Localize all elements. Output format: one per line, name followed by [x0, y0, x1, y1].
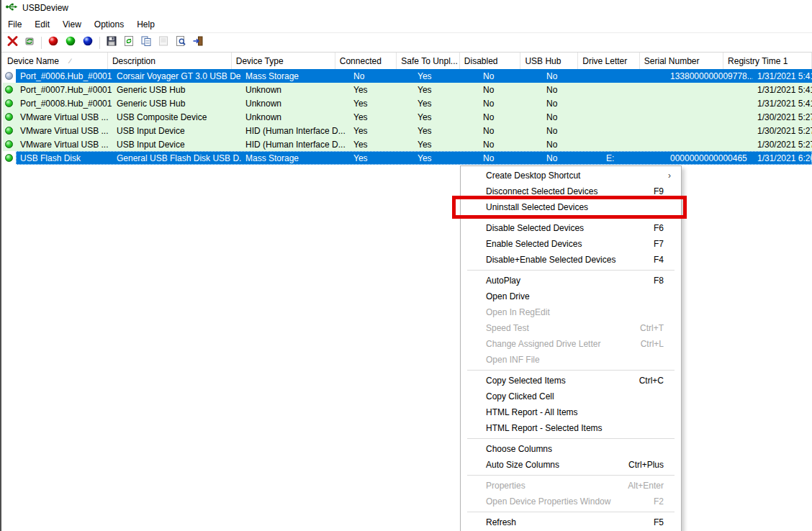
menu-bar: FileEditViewOptionsHelp	[1, 16, 812, 32]
menu-item-label: Refresh	[486, 517, 516, 527]
column-header-label: Device Type	[236, 56, 284, 66]
properties-button[interactable]	[155, 35, 172, 50]
device-status-cell	[3, 127, 16, 135]
save-button[interactable]	[103, 35, 120, 50]
device-row-3[interactable]: Port_#0008.Hub_#0001Generic USB HubUnkno…	[3, 96, 812, 110]
device-ball-green-icon	[5, 99, 13, 107]
column-header-label: Connected	[340, 56, 382, 66]
cell-safe-to-unpl: Yes	[413, 153, 479, 163]
cell-disabled: No	[479, 126, 542, 136]
menu-item-label: AutoPlay	[486, 276, 520, 286]
cell-registry-time-1: 1/30/2021 5:27:	[753, 140, 812, 150]
cell-device-type: Mass Storage	[241, 153, 349, 163]
menu-item-label: Disconnect Selected Devices	[486, 186, 597, 196]
blue-ball-button[interactable]	[79, 35, 96, 50]
copy-button[interactable]	[137, 35, 155, 50]
cell-usb-hub: No	[542, 112, 602, 122]
menubar-item-help[interactable]: Help	[130, 17, 161, 32]
context-menu-item-choose-columns[interactable]: Choose Columns	[461, 441, 681, 457]
exit-button[interactable]	[189, 35, 207, 50]
context-menu-item-html-report-all-items[interactable]: HTML Report - All Items	[461, 404, 681, 420]
green-ball-button[interactable]	[62, 35, 79, 50]
context-menu-item-create-desktop-shortcut[interactable]: Create Desktop Shortcut›	[461, 168, 681, 183]
menubar-item-edit[interactable]: Edit	[28, 17, 56, 32]
red-ball-button[interactable]	[45, 35, 62, 50]
device-row-6[interactable]: VMware Virtual USB ...USB Input DeviceHI…	[3, 137, 812, 151]
column-header-registry-time-1[interactable]: Registry Time 1	[723, 53, 812, 69]
column-header-connected[interactable]: Connected	[335, 53, 397, 69]
menu-item-shortcut: F5	[654, 517, 674, 527]
cell-disabled: No	[479, 71, 542, 81]
device-row-1[interactable]: Port_#0006.Hub_#0001Corsair Voyager GT 3…	[3, 69, 812, 83]
context-menu-item-enable-selected-devices[interactable]: Enable Selected DevicesF7	[461, 236, 681, 252]
find-button[interactable]	[172, 35, 189, 50]
device-status-cell	[3, 72, 16, 80]
disconnect-recycle-icon	[24, 35, 35, 50]
context-menu-item-refresh[interactable]: RefreshF5	[461, 514, 681, 530]
device-status-cell	[3, 154, 16, 162]
device-status-cell	[3, 86, 16, 94]
submenu-arrow-icon: ›	[668, 171, 674, 181]
context-menu-item-autoplay[interactable]: AutoPlayF8	[461, 273, 681, 289]
red-ball-icon	[48, 36, 58, 49]
context-menu-item-html-report-selected-items[interactable]: HTML Report - Selected Items	[461, 420, 681, 436]
menubar-item-view[interactable]: View	[56, 17, 88, 32]
menu-item-label: Open INF File	[486, 355, 540, 365]
uninstall-selected-button[interactable]	[4, 35, 21, 50]
exit-door-icon	[192, 35, 204, 50]
cell-registry-time-1: 1/30/2021 5:27:	[753, 126, 812, 136]
window-title: USBDeview	[22, 3, 68, 13]
cell-safe-to-unpl: Yes	[413, 99, 479, 109]
device-row-7[interactable]: USB Flash DiskGeneral USB Flash Disk USB…	[3, 151, 812, 165]
cell-device-type: Unknown	[241, 99, 349, 109]
cell-device-name: Port_#0008.Hub_#0001	[16, 99, 112, 109]
menu-item-label: Speed Test	[486, 323, 529, 333]
refresh-icon	[123, 35, 135, 50]
menubar-item-options[interactable]: Options	[88, 17, 130, 32]
menu-item-shortcut: F6	[654, 223, 674, 233]
column-header-label: Serial Number	[644, 56, 700, 66]
menu-item-label: Open In RegEdit	[486, 307, 550, 317]
cell-device-type: Unknown	[241, 85, 349, 95]
context-menu-item-auto-size-columns[interactable]: Auto Size ColumnsCtrl+Plus	[461, 457, 681, 473]
cell-device-name: VMware Virtual USB ...	[16, 112, 112, 122]
cell-registry-time-1: 1/31/2021 6:20:	[753, 153, 812, 163]
menubar-item-file[interactable]: File	[1, 17, 28, 32]
sort-ascending-icon: /	[68, 58, 73, 65]
cell-description: USB Input Device	[112, 140, 241, 150]
device-status-cell	[3, 99, 16, 107]
context-menu-item-disable-selected-devices[interactable]: Disable Selected DevicesF6	[461, 220, 681, 236]
device-row-2[interactable]: Port_#0007.Hub_#0001Generic USB HubUnkno…	[3, 83, 812, 96]
menu-separator	[467, 438, 675, 439]
cell-disabled: No	[479, 85, 542, 95]
context-menu-item-open-drive[interactable]: Open Drive	[461, 289, 681, 304]
menu-item-shortcut: F7	[654, 239, 674, 249]
column-header-safe-to-unpl[interactable]: Safe To Unpl...	[397, 53, 459, 69]
cell-device-name: USB Flash Disk	[16, 153, 112, 163]
cell-registry-time-1: 1/31/2021 5:41:	[753, 99, 812, 109]
column-header-description[interactable]: Description	[108, 53, 232, 69]
menu-item-shortcut: Ctrl+T	[640, 323, 674, 333]
column-header-disabled[interactable]: Disabled	[460, 53, 521, 69]
column-header-drive-letter[interactable]: Drive Letter	[578, 53, 640, 69]
menu-separator	[467, 270, 675, 271]
device-row-4[interactable]: VMware Virtual USB ...USB Composite Devi…	[3, 110, 812, 124]
device-status-cell	[3, 140, 16, 148]
cell-serial-number: 1338000000009778...	[666, 71, 753, 81]
menu-item-shortcut: Ctrl+Plus	[628, 460, 674, 470]
column-header-device-name[interactable]: Device Name/	[3, 53, 108, 69]
cell-device-name: Port_#0007.Hub_#0001	[16, 85, 112, 95]
column-header-device-type[interactable]: Device Type	[232, 53, 335, 69]
context-menu-item-disable-enable-selected-devices[interactable]: Disable+Enable Selected DevicesF4	[461, 252, 681, 268]
device-row-5[interactable]: VMware Virtual USB ...USB Input DeviceHI…	[3, 124, 812, 137]
disconnect-selected-button[interactable]	[21, 35, 38, 50]
context-menu-item-copy-clicked-cell[interactable]: Copy Clicked Cell	[461, 389, 681, 404]
menu-item-label: Open Device Properties Window	[486, 496, 610, 507]
column-header-serial-number[interactable]: Serial Number	[640, 53, 723, 69]
cell-connected: Yes	[349, 99, 413, 109]
context-menu-item-copy-selected-items[interactable]: Copy Selected ItemsCtrl+C	[461, 373, 681, 389]
column-header-usb-hub[interactable]: USB Hub	[520, 53, 578, 69]
cell-description: USB Composite Device	[112, 112, 241, 122]
menu-item-label: Open Drive	[486, 291, 530, 301]
refresh-button[interactable]	[120, 35, 137, 50]
